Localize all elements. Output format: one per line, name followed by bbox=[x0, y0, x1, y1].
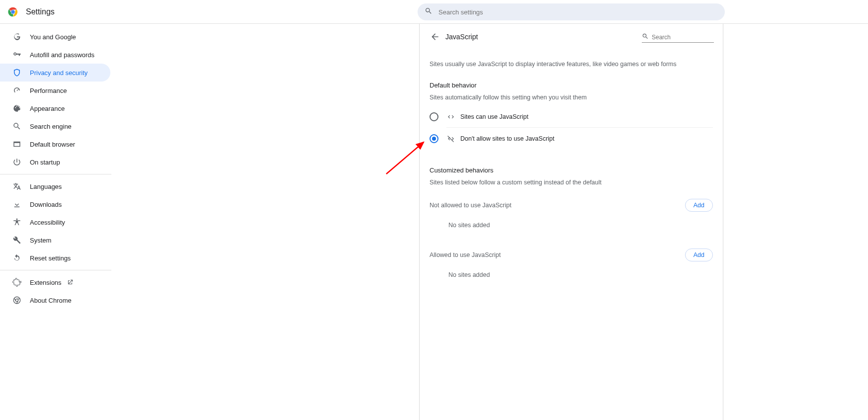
settings-sidebar: You and Google Autofill and passwords Pr… bbox=[0, 24, 119, 309]
sidebar-divider bbox=[0, 174, 111, 174]
sidebar-item-performance[interactable]: Performance bbox=[0, 82, 110, 99]
sidebar-item-label: About Chrome bbox=[30, 297, 72, 304]
google-g-icon bbox=[12, 32, 22, 42]
add-not-allowed-button[interactable]: Add bbox=[685, 199, 713, 212]
sidebar-item-default-browser[interactable]: Default browser bbox=[0, 135, 110, 153]
panel-search-box[interactable] bbox=[642, 32, 714, 43]
sidebar-item-search-engine[interactable]: Search engine bbox=[0, 117, 110, 135]
code-off-icon bbox=[446, 134, 455, 143]
sidebar-item-about-chrome[interactable]: About Chrome bbox=[0, 291, 110, 309]
chrome-logo-icon bbox=[8, 7, 18, 17]
default-behavior-title: Default behavior bbox=[430, 82, 713, 89]
sidebar-item-label: Appearance bbox=[30, 105, 65, 112]
settings-search-input[interactable] bbox=[438, 8, 718, 16]
not-allowed-list-header: Not allowed to use JavaScript Add bbox=[430, 199, 713, 212]
customized-behaviors-subtitle: Sites listed below follow a custom setti… bbox=[430, 179, 713, 186]
panel-title: JavaScript bbox=[445, 33, 478, 41]
key-icon bbox=[12, 50, 22, 60]
allowed-label: Allowed to use JavaScript bbox=[430, 252, 501, 258]
radio-button-icon[interactable] bbox=[430, 112, 438, 121]
sidebar-item-label: Privacy and security bbox=[30, 69, 87, 77]
sidebar-item-appearance[interactable]: Appearance bbox=[0, 99, 110, 117]
not-allowed-label: Not allowed to use JavaScript bbox=[430, 202, 512, 209]
open-in-new-icon bbox=[67, 279, 74, 286]
translate-icon bbox=[12, 181, 22, 191]
search-icon bbox=[642, 33, 652, 42]
accessibility-icon bbox=[12, 217, 22, 227]
search-icon bbox=[12, 121, 22, 131]
sidebar-item-label: Autofill and passwords bbox=[30, 51, 94, 59]
svg-line-5 bbox=[386, 142, 424, 174]
sidebar-item-label: Extensions bbox=[30, 279, 62, 286]
not-allowed-empty-text: No sites added bbox=[448, 222, 713, 229]
back-button[interactable] bbox=[430, 31, 440, 42]
sidebar-item-label: Default browser bbox=[30, 141, 75, 148]
code-icon bbox=[446, 112, 455, 121]
speedometer-icon bbox=[12, 85, 22, 95]
panel-body: Sites usually use JavaScript to display … bbox=[420, 61, 723, 278]
customized-behaviors-title: Customized behaviors bbox=[430, 167, 713, 174]
shield-icon bbox=[12, 68, 22, 78]
default-behavior-subtitle: Sites automatically follow this setting … bbox=[430, 94, 713, 101]
sidebar-item-label: Performance bbox=[30, 87, 67, 94]
panel-header: JavaScript bbox=[420, 24, 723, 50]
search-icon bbox=[425, 7, 438, 17]
allowed-list-header: Allowed to use JavaScript Add bbox=[430, 249, 713, 261]
panel-description: Sites usually use JavaScript to display … bbox=[430, 61, 713, 68]
panel-search-input[interactable] bbox=[652, 34, 726, 41]
chrome-outline-icon bbox=[12, 295, 22, 305]
sidebar-divider bbox=[0, 270, 111, 270]
download-icon bbox=[12, 199, 22, 209]
sidebar-item-extensions[interactable]: Extensions bbox=[0, 273, 110, 291]
sidebar-item-label: Languages bbox=[30, 183, 62, 190]
sidebar-item-label: System bbox=[30, 237, 51, 244]
radio-label: Sites can use JavaScript bbox=[460, 113, 528, 120]
allowed-empty-text: No sites added bbox=[448, 271, 713, 278]
wrench-icon bbox=[12, 235, 22, 245]
sidebar-item-label: On startup bbox=[30, 159, 60, 166]
sidebar-item-languages[interactable]: Languages bbox=[0, 177, 110, 195]
browser-window-icon bbox=[12, 139, 22, 149]
sidebar-item-label: Search engine bbox=[30, 123, 72, 130]
sidebar-item-label: Reset settings bbox=[30, 254, 71, 262]
sidebar-item-privacy-and-security[interactable]: Privacy and security bbox=[0, 64, 110, 82]
radio-label: Don't allow sites to use JavaScript bbox=[460, 135, 554, 142]
reset-icon bbox=[12, 253, 22, 263]
sidebar-item-you-and-google[interactable]: You and Google bbox=[0, 28, 110, 46]
page-title: Settings bbox=[26, 7, 55, 16]
power-icon bbox=[12, 157, 22, 167]
add-allowed-button[interactable]: Add bbox=[685, 249, 713, 261]
sidebar-item-on-startup[interactable]: On startup bbox=[0, 153, 110, 171]
radio-button-icon[interactable] bbox=[430, 134, 438, 143]
extension-icon bbox=[12, 277, 22, 287]
sidebar-item-label: Downloads bbox=[30, 201, 62, 208]
sidebar-item-accessibility[interactable]: Accessibility bbox=[0, 213, 110, 231]
sidebar-item-label: You and Google bbox=[30, 33, 76, 41]
palette-icon bbox=[12, 103, 22, 113]
sidebar-item-system[interactable]: System bbox=[0, 231, 110, 249]
radio-option-block-js[interactable]: Don't allow sites to use JavaScript bbox=[446, 128, 713, 150]
radio-option-allow-js[interactable]: Sites can use JavaScript bbox=[446, 106, 713, 128]
settings-header: Settings bbox=[0, 0, 868, 24]
sidebar-item-label: Accessibility bbox=[30, 219, 65, 226]
sidebar-item-reset-settings[interactable]: Reset settings bbox=[0, 249, 110, 267]
sidebar-item-autofill-and-passwords[interactable]: Autofill and passwords bbox=[0, 46, 110, 64]
javascript-settings-panel: JavaScript Sites usually use JavaScript … bbox=[419, 24, 723, 420]
settings-search-box[interactable] bbox=[418, 3, 725, 20]
sidebar-item-downloads[interactable]: Downloads bbox=[0, 195, 110, 213]
